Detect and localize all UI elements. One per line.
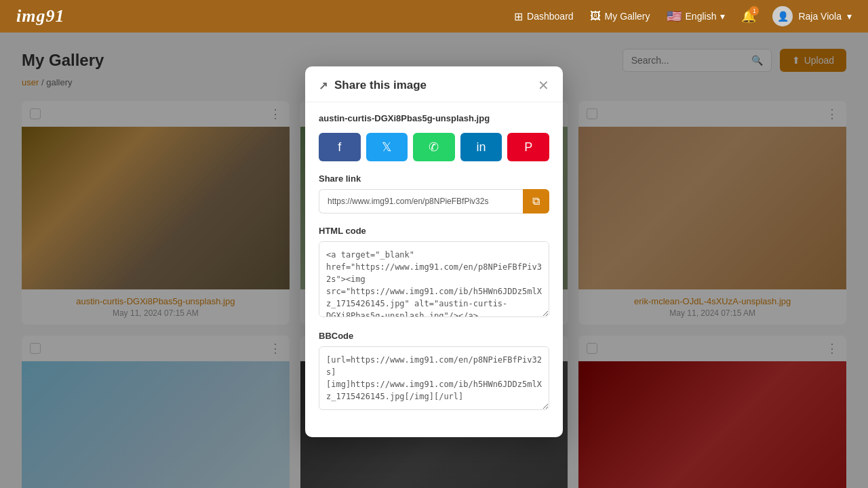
header: img91 ⊞ Dashboard 🖼 My Gallery 🇺🇸 Englis… — [0, 0, 868, 33]
pinterest-icon: P — [524, 140, 532, 155]
share-link-row: ⧉ — [319, 189, 549, 214]
html-code-label: HTML code — [319, 226, 549, 236]
bbcode-textarea[interactable] — [319, 346, 549, 410]
flag-icon: 🇺🇸 — [667, 9, 682, 24]
modal-title: ↗ Share this image — [319, 79, 427, 92]
modal-title-text: Share this image — [334, 79, 427, 92]
facebook-icon: f — [338, 140, 341, 155]
nav-dashboard[interactable]: ⊞ Dashboard — [514, 10, 574, 23]
avatar: 👤 — [772, 6, 793, 26]
nav-dashboard-label: Dashboard — [527, 11, 574, 22]
share-link-label: Share link — [319, 174, 549, 184]
modal-body: austin-curtis-DGXi8Pbas5g-unsplash.jpg f… — [305, 102, 563, 437]
copy-link-button[interactable]: ⧉ — [523, 189, 549, 214]
social-share-buttons: f 𝕏 ✆ in P — [319, 133, 549, 161]
language-selector[interactable]: 🇺🇸 English ▾ — [667, 9, 726, 24]
user-menu[interactable]: 👤 Raja Viola ▾ — [772, 6, 852, 26]
pinterest-share-button[interactable]: P — [507, 133, 549, 161]
nav-gallery-label: My Gallery — [605, 11, 650, 22]
gallery-icon: 🖼 — [590, 10, 601, 22]
bbcode-label: BBCode — [319, 331, 549, 341]
file-name: austin-curtis-DGXi8Pbas5g-unsplash.jpg — [319, 113, 549, 123]
copy-icon: ⧉ — [532, 195, 540, 207]
page-content: My Gallery 🔍 ⬆ Upload user / gallery ⋮ — [0, 33, 868, 488]
language-label: English — [686, 11, 717, 22]
chevron-down-icon: ▾ — [720, 11, 725, 22]
linkedin-icon: in — [477, 140, 486, 155]
share-icon: ↗ — [319, 79, 328, 92]
share-modal: ↗ Share this image ✕ austin-curtis-DGXi8… — [305, 66, 563, 437]
modal-overlay[interactable]: ↗ Share this image ✕ austin-curtis-DGXi8… — [0, 33, 868, 488]
linkedin-share-button[interactable]: in — [460, 133, 502, 161]
html-code-textarea[interactable] — [319, 241, 549, 317]
modal-close-button[interactable]: ✕ — [538, 79, 549, 92]
twitter-share-button[interactable]: 𝕏 — [366, 133, 408, 161]
whatsapp-icon: ✆ — [429, 140, 439, 155]
user-name: Raja Viola — [798, 11, 842, 22]
modal-header: ↗ Share this image ✕ — [305, 66, 563, 102]
share-link-input[interactable] — [319, 189, 523, 214]
facebook-share-button[interactable]: f — [319, 133, 361, 161]
twitter-icon: 𝕏 — [382, 140, 392, 155]
notification-button[interactable]: 🔔 1 — [741, 9, 756, 24]
whatsapp-share-button[interactable]: ✆ — [413, 133, 455, 161]
main-nav: ⊞ Dashboard 🖼 My Gallery 🇺🇸 English ▾ 🔔 … — [514, 6, 852, 26]
logo[interactable]: img91 — [16, 6, 64, 26]
dashboard-icon: ⊞ — [514, 10, 523, 23]
user-chevron-icon: ▾ — [847, 11, 852, 22]
notification-badge: 1 — [749, 6, 759, 16]
nav-gallery[interactable]: 🖼 My Gallery — [590, 10, 650, 22]
